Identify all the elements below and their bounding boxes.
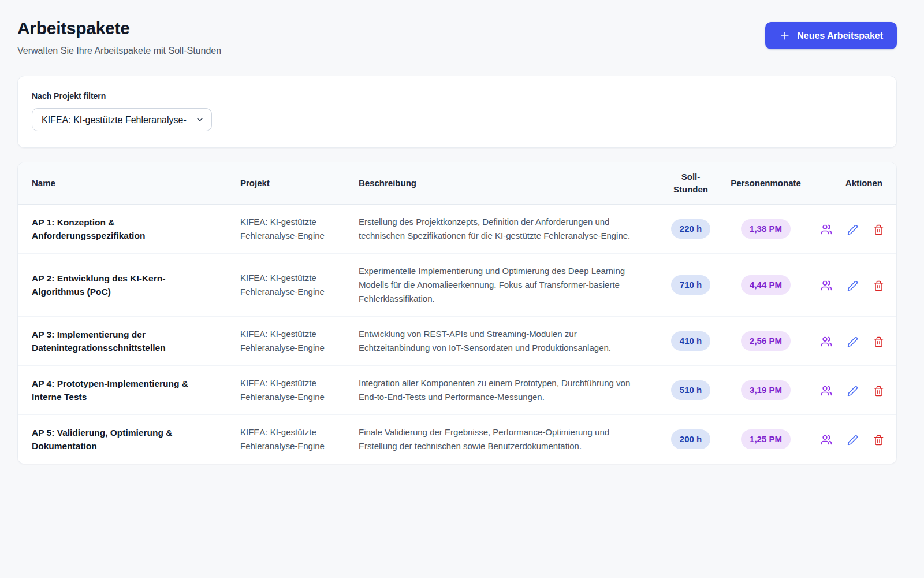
trash-icon bbox=[873, 386, 884, 397]
table-header: Name Projekt Beschreibung Soll-Stunden P… bbox=[18, 162, 896, 205]
soll-stunden-badge: 410 h bbox=[671, 331, 710, 351]
users-icon bbox=[821, 434, 832, 446]
trash-icon bbox=[873, 435, 884, 446]
assign-users-button[interactable] bbox=[820, 433, 833, 446]
soll-stunden-badge: 510 h bbox=[671, 380, 710, 400]
column-header-personenmonate: Personenmonate bbox=[722, 162, 809, 205]
pencil-icon bbox=[847, 224, 858, 235]
table-body: AP 1: Konzeption & Anforderungsspezifika… bbox=[18, 205, 896, 464]
new-workpackage-button-label: Neues Arbeitspaket bbox=[797, 31, 883, 41]
delete-button[interactable] bbox=[872, 335, 885, 348]
workpackages-table-card: Name Projekt Beschreibung Soll-Stunden P… bbox=[17, 162, 897, 464]
table-row: AP 3: Implementierung der Datenintegrati… bbox=[18, 317, 896, 366]
delete-button[interactable] bbox=[872, 433, 885, 446]
users-icon bbox=[821, 385, 832, 397]
trash-icon bbox=[873, 280, 884, 291]
workpackage-description: Finale Validierung der Ergebnisse, Perfo… bbox=[359, 415, 659, 464]
workpackage-name: AP 3: Implementierung der Datenintegrati… bbox=[18, 317, 240, 366]
project-filter-card: Nach Projekt filtern KIFEA: KI-gestützte… bbox=[17, 76, 897, 148]
pencil-icon bbox=[847, 386, 858, 397]
edit-button[interactable] bbox=[846, 223, 859, 236]
workpackage-description: Erstellung des Projektkonzepts, Definiti… bbox=[359, 205, 659, 254]
workpackage-project: KIFEA: KI-gestützte Fehleranalyse-Engine bbox=[240, 205, 359, 254]
pencil-icon bbox=[847, 336, 858, 347]
workpackage-project: KIFEA: KI-gestützte Fehleranalyse-Engine bbox=[240, 366, 359, 415]
table-row: AP 4: Prototypen-Implementierung & Inter… bbox=[18, 366, 896, 415]
workpackage-name: AP 2: Entwicklung des KI-Kern-Algorithmu… bbox=[18, 254, 240, 317]
column-header-aktionen: Aktionen bbox=[809, 162, 896, 205]
project-filter-label: Nach Projekt filtern bbox=[32, 91, 882, 101]
project-filter-select[interactable]: KIFEA: KI-gestützte Fehleranalyse- bbox=[32, 108, 212, 131]
assign-users-button[interactable] bbox=[820, 279, 833, 292]
personenmonate-badge: 3,19 PM bbox=[741, 380, 791, 400]
assign-users-button[interactable] bbox=[820, 335, 833, 348]
personenmonate-badge: 1,25 PM bbox=[741, 429, 791, 449]
workpackage-name: AP 4: Prototypen-Implementierung & Inter… bbox=[18, 366, 240, 415]
new-workpackage-button[interactable]: Neues Arbeitspaket bbox=[765, 22, 897, 49]
workpackage-project: KIFEA: KI-gestützte Fehleranalyse-Engine bbox=[240, 415, 359, 464]
page-title: Arbeitspakete bbox=[17, 18, 221, 38]
personenmonate-badge: 2,56 PM bbox=[741, 331, 791, 351]
column-header-projekt: Projekt bbox=[240, 162, 359, 205]
trash-icon bbox=[873, 336, 884, 347]
column-header-name: Name bbox=[18, 162, 240, 205]
workpackage-description: Entwicklung von REST-APIs und Streaming-… bbox=[359, 317, 659, 366]
users-icon bbox=[821, 280, 832, 291]
delete-button[interactable] bbox=[872, 384, 885, 397]
edit-button[interactable] bbox=[846, 279, 859, 292]
personenmonate-badge: 1,38 PM bbox=[741, 219, 791, 239]
personenmonate-badge: 4,44 PM bbox=[741, 275, 791, 295]
delete-button[interactable] bbox=[872, 223, 885, 236]
column-header-soll-stunden: Soll-Stunden bbox=[659, 162, 722, 205]
plus-icon bbox=[779, 30, 791, 42]
page-subtitle: Verwalten Sie Ihre Arbeitspakete mit Sol… bbox=[17, 46, 221, 56]
edit-button[interactable] bbox=[846, 433, 859, 446]
edit-button[interactable] bbox=[846, 384, 859, 397]
pencil-icon bbox=[847, 435, 858, 446]
workpackage-name: AP 5: Validierung, Optimierung & Dokumen… bbox=[18, 415, 240, 464]
workpackage-project: KIFEA: KI-gestützte Fehleranalyse-Engine bbox=[240, 254, 359, 317]
page-header: Arbeitspakete Verwalten Sie Ihre Arbeits… bbox=[17, 15, 897, 56]
users-icon bbox=[821, 224, 832, 235]
workpackage-project: KIFEA: KI-gestützte Fehleranalyse-Engine bbox=[240, 317, 359, 366]
pencil-icon bbox=[847, 280, 858, 291]
soll-stunden-badge: 200 h bbox=[671, 429, 710, 449]
workpackage-description: Experimentelle Implementierung und Optim… bbox=[359, 254, 659, 317]
page-header-text: Arbeitspakete Verwalten Sie Ihre Arbeits… bbox=[17, 15, 221, 56]
workpackage-description: Integration aller Komponenten zu einem P… bbox=[359, 366, 659, 415]
soll-stunden-badge: 710 h bbox=[671, 275, 710, 295]
soll-stunden-badge: 220 h bbox=[671, 219, 710, 239]
assign-users-button[interactable] bbox=[820, 384, 833, 397]
trash-icon bbox=[873, 224, 884, 235]
workpackage-name: AP 1: Konzeption & Anforderungsspezifika… bbox=[18, 205, 240, 254]
column-header-beschreibung: Beschreibung bbox=[359, 162, 659, 205]
delete-button[interactable] bbox=[872, 279, 885, 292]
table-row: AP 1: Konzeption & Anforderungsspezifika… bbox=[18, 205, 896, 254]
arbeitspakete-page: Arbeitspakete Verwalten Sie Ihre Arbeits… bbox=[0, 0, 924, 487]
workpackages-table: Name Projekt Beschreibung Soll-Stunden P… bbox=[18, 162, 896, 464]
edit-button[interactable] bbox=[846, 335, 859, 348]
project-filter-wrapper: KIFEA: KI-gestützte Fehleranalyse- bbox=[32, 108, 212, 131]
assign-users-button[interactable] bbox=[820, 223, 833, 236]
users-icon bbox=[821, 336, 832, 347]
table-row: AP 2: Entwicklung des KI-Kern-Algorithmu… bbox=[18, 254, 896, 317]
table-row: AP 5: Validierung, Optimierung & Dokumen… bbox=[18, 415, 896, 464]
